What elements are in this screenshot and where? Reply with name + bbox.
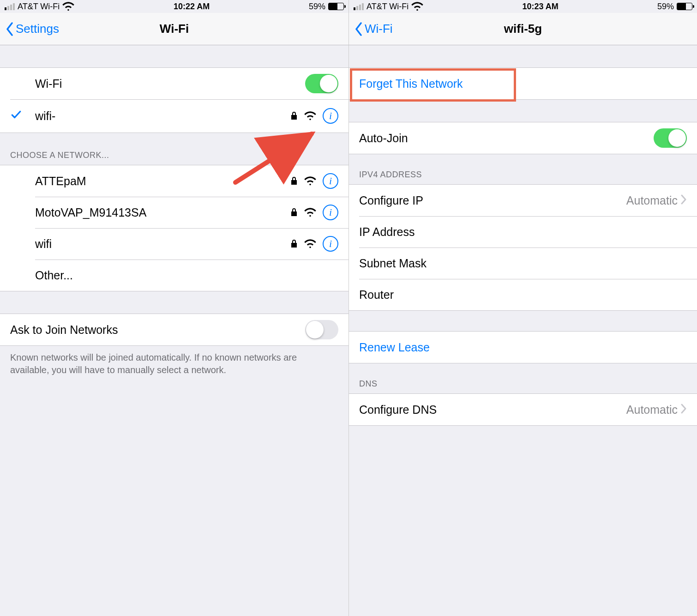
battery-icon: [328, 3, 344, 10]
ask-join-footer: Known networks will be joined automatica…: [0, 346, 348, 382]
wifi-status-icon: [62, 2, 74, 11]
router-label: Router: [359, 288, 687, 302]
ask-join-toggle[interactable]: [305, 320, 338, 339]
configure-dns-row[interactable]: Configure DNS Automatic: [349, 394, 697, 425]
forget-group: Forget This Network: [349, 67, 697, 100]
configure-ip-label: Configure IP: [359, 194, 626, 207]
network-row[interactable]: MotoVAP_M91413SA i: [0, 197, 348, 228]
configure-ip-value: Automatic: [626, 194, 678, 207]
configure-dns-value: Automatic: [626, 403, 678, 417]
nav-title: wifi-5g: [349, 22, 697, 36]
other-network-row[interactable]: Other...: [0, 260, 348, 291]
wifi-signal-icon: [304, 111, 316, 121]
ip-address-row: IP Address: [349, 216, 697, 248]
clock: 10:23 AM: [522, 2, 558, 12]
lock-icon: [290, 176, 298, 186]
renew-lease-label: Renew Lease: [359, 341, 687, 354]
clock: 10:22 AM: [174, 2, 210, 12]
status-bar: AT&T Wi-Fi 10:23 AM 59%: [349, 0, 697, 13]
cellular-signal-icon: [354, 3, 364, 10]
info-icon[interactable]: i: [323, 236, 338, 252]
info-icon[interactable]: i: [323, 173, 338, 189]
status-bar: AT&T Wi-Fi 10:22 AM 59%: [0, 0, 348, 13]
wifi-status-icon: [411, 2, 423, 11]
battery-percent: 59%: [309, 2, 325, 12]
other-label: Other...: [35, 269, 338, 282]
connected-network-name: wifi-: [35, 109, 290, 123]
screen-network-detail: AT&T Wi-Fi 10:23 AM 59% Wi-Fi wifi-5g Fo…: [348, 0, 697, 616]
info-icon[interactable]: i: [323, 205, 338, 220]
network-row[interactable]: wifi i: [0, 228, 348, 260]
ipv4-group: Configure IP Automatic IP Address Subnet…: [349, 184, 697, 311]
ip-address-label: IP Address: [359, 225, 687, 239]
subnet-mask-label: Subnet Mask: [359, 257, 687, 270]
forget-network-row[interactable]: Forget This Network: [349, 68, 697, 99]
router-row: Router: [349, 279, 697, 310]
chevron-left-icon: [6, 22, 14, 36]
nav-bar: Settings Wi-Fi: [0, 13, 348, 45]
screen-wifi-list: AT&T Wi-Fi 10:22 AM 59% Settings Wi-Fi W…: [0, 0, 348, 616]
cellular-signal-icon: [5, 3, 15, 10]
chevron-left-icon: [355, 22, 363, 36]
network-name: wifi: [35, 237, 290, 251]
choose-network-header: CHOOSE A NETWORK...: [0, 133, 348, 165]
wifi-toggle-row[interactable]: Wi-Fi: [0, 68, 348, 99]
configure-dns-label: Configure DNS: [359, 403, 626, 417]
ask-group: Ask to Join Networks: [0, 314, 348, 346]
ipv4-header: IPV4 ADDRESS: [349, 154, 697, 184]
autojoin-label: Auto-Join: [359, 132, 654, 145]
back-button[interactable]: Settings: [6, 22, 59, 36]
back-label: Wi-Fi: [365, 22, 393, 36]
nav-bar: Wi-Fi wifi-5g: [349, 13, 697, 45]
carrier-label: AT&T Wi-Fi: [367, 2, 409, 12]
autojoin-toggle[interactable]: [654, 128, 687, 148]
checkmark-icon: [10, 109, 22, 123]
carrier-label: AT&T Wi-Fi: [18, 2, 60, 12]
available-networks: ATTEpaM i MotoVAP_M91413SA i wifi i: [0, 165, 348, 291]
chevron-right-icon: [680, 403, 687, 417]
lock-icon: [290, 111, 298, 121]
renew-lease-row[interactable]: Renew Lease: [349, 332, 697, 363]
lock-icon: [290, 208, 298, 217]
autojoin-row[interactable]: Auto-Join: [349, 122, 697, 154]
dns-header: DNS: [349, 363, 697, 393]
wifi-signal-icon: [304, 239, 316, 248]
network-row[interactable]: ATTEpaM i: [0, 165, 348, 197]
connected-network-row[interactable]: wifi- i: [0, 99, 348, 133]
wifi-toggle-label: Wi-Fi: [10, 77, 305, 91]
ask-join-row[interactable]: Ask to Join Networks: [0, 314, 348, 345]
back-label: Settings: [16, 22, 59, 36]
chevron-right-icon: [680, 194, 687, 207]
wifi-signal-icon: [304, 208, 316, 217]
back-button[interactable]: Wi-Fi: [355, 22, 393, 36]
info-icon[interactable]: i: [323, 108, 338, 124]
subnet-mask-row: Subnet Mask: [349, 248, 697, 279]
battery-icon: [677, 3, 692, 10]
autojoin-group: Auto-Join: [349, 122, 697, 154]
wifi-toggle[interactable]: [305, 74, 338, 93]
renew-group: Renew Lease: [349, 331, 697, 363]
dns-group: Configure DNS Automatic: [349, 393, 697, 426]
network-name: ATTEpaM: [35, 175, 290, 188]
lock-icon: [290, 239, 298, 248]
battery-percent: 59%: [657, 2, 674, 12]
forget-network-label: Forget This Network: [359, 77, 687, 91]
wifi-signal-icon: [304, 176, 316, 186]
network-name: MotoVAP_M91413SA: [35, 206, 290, 219]
ask-join-label: Ask to Join Networks: [10, 323, 305, 337]
wifi-toggle-group: Wi-Fi wifi- i: [0, 67, 348, 133]
configure-ip-row[interactable]: Configure IP Automatic: [349, 185, 697, 216]
